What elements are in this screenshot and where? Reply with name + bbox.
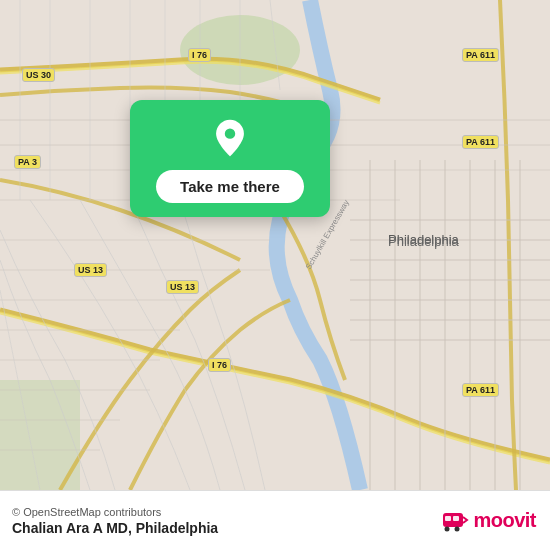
badge-pa611-bottom: PA 611: [462, 383, 499, 397]
copyright-text: © OpenStreetMap contributors: [12, 506, 218, 518]
location-pin-icon: [210, 118, 250, 158]
bottom-bar: © OpenStreetMap contributors Chalian Ara…: [0, 490, 550, 550]
location-card[interactable]: Take me there: [130, 100, 330, 217]
badge-us30: US 30: [22, 68, 55, 82]
svg-point-9: [445, 526, 450, 531]
badge-pa611-top: PA 611: [462, 48, 499, 62]
moovit-label: moovit: [473, 509, 536, 532]
badge-i76-top: I 76: [188, 48, 211, 62]
take-me-there-button[interactable]: Take me there: [156, 170, 304, 203]
svg-point-5: [225, 128, 235, 138]
map-background: Schuylkill Expressway: [0, 0, 550, 490]
map-container: Schuylkill Expressway US 30 I 76 PA 611 …: [0, 0, 550, 490]
moovit-logo: moovit: [441, 507, 536, 535]
badge-i76-bottom: I 76: [208, 358, 231, 372]
svg-rect-7: [445, 516, 451, 521]
moovit-icon: [441, 507, 469, 535]
svg-rect-8: [453, 516, 459, 521]
badge-us13-right: US 13: [166, 280, 199, 294]
badge-us13-left: US 13: [74, 263, 107, 277]
bottom-left: © OpenStreetMap contributors Chalian Ara…: [12, 506, 218, 536]
badge-pa3: PA 3: [14, 155, 41, 169]
location-title: Chalian Ara A MD, Philadelphia: [12, 520, 218, 536]
svg-point-10: [455, 526, 460, 531]
badge-pa611-mid: PA 611: [462, 135, 499, 149]
